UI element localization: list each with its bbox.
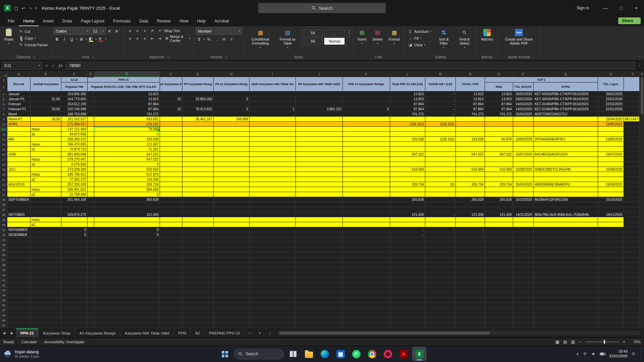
cell-F48[interactable] [160, 313, 182, 318]
cell-P48[interactable] [513, 313, 533, 318]
cell-K35[interactable] [342, 247, 390, 252]
cell-P22[interactable]: 15/09/2025 [513, 182, 533, 187]
zoom-slider-thumb[interactable] [604, 340, 605, 344]
row-header-43[interactable]: 43 [0, 288, 7, 293]
cell-I39[interactable] [249, 267, 296, 273]
cell-O10[interactable] [485, 122, 513, 127]
cell-J36[interactable] [296, 252, 342, 257]
cell-Q28[interactable]: 883e7f5b-0e2f-4568-8cfc-753bd94fb [533, 212, 598, 217]
cell-D9[interactable] [87, 117, 94, 122]
cell-B27[interactable] [30, 207, 61, 212]
cell-L36[interactable] [390, 252, 425, 257]
cell-G45[interactable] [182, 298, 213, 303]
cell-H30[interactable] [213, 222, 249, 227]
cell-P26[interactable] [513, 202, 533, 207]
cell-M44[interactable] [425, 293, 455, 298]
align-right-icon[interactable]: ≡ [142, 35, 148, 42]
sheet-nav-left-icon[interactable]: ◀ [0, 328, 8, 338]
cell-G30[interactable] [182, 222, 213, 227]
cell-M24[interactable] [425, 192, 455, 197]
cell-J12[interactable] [296, 132, 342, 137]
cell-Q43[interactable] [533, 288, 598, 293]
cell-P44[interactable] [513, 293, 533, 298]
cell-N22[interactable]: 326.734 [455, 182, 485, 187]
font-family-select[interactable]: Calibri▾ [54, 27, 90, 35]
cell-E38[interactable] [94, 262, 160, 267]
cell-X12[interactable] [598, 132, 624, 137]
cell-A5[interactable]: Januari-P1 [7, 97, 31, 102]
cell-A26[interactable] [7, 202, 31, 207]
cell-K8[interactable] [342, 112, 390, 117]
cell-A13[interactable]: MEI [7, 137, 31, 142]
header-cell-J2[interactable]: PP Karyawan NIK Tidak Valid [296, 77, 342, 92]
cell-G9[interactable]: 36.451.167 [182, 117, 213, 122]
cell-E33[interactable] [94, 237, 160, 242]
cell-style-s4[interactable]: S4 [302, 29, 323, 37]
header-cell-Q3[interactable]: NTPN [533, 82, 598, 92]
cell-N23[interactable] [455, 187, 485, 192]
row-header-17[interactable]: 17 [0, 157, 7, 162]
borders-icon[interactable]: ⊞ [78, 36, 85, 42]
cell-B4[interactable] [30, 92, 61, 97]
taskbar-adobe-button[interactable]: A [397, 347, 410, 361]
cell-P13[interactable]: 13/06/2025 [513, 137, 533, 142]
cell-Q41[interactable] [533, 278, 598, 283]
align-top-icon[interactable]: ≡ [127, 27, 133, 34]
cell-A33[interactable] [7, 237, 31, 242]
cell-O41[interactable] [485, 278, 513, 283]
cell-B48[interactable] [30, 313, 61, 318]
cell-C43[interactable] [61, 288, 87, 293]
cell-M25[interactable]: - [425, 197, 455, 202]
cell-E23[interactable]: 684.669 [94, 187, 160, 192]
cell-Q23[interactable] [533, 187, 598, 192]
cell-I38[interactable] [249, 262, 296, 267]
accessibility-status[interactable]: Accessibility: Investigate [44, 340, 84, 344]
cell-F35[interactable] [160, 247, 182, 252]
cell-E17[interactable]: 547.022 [94, 157, 160, 162]
column-header-N[interactable]: N [455, 71, 485, 77]
cancel-formula-icon[interactable]: × [46, 63, 48, 68]
cell-O50[interactable] [485, 323, 513, 328]
cell-K32[interactable] [342, 232, 390, 237]
cell-J29[interactable] [296, 217, 342, 222]
cell-H34[interactable] [213, 242, 249, 247]
cell-C50[interactable] [61, 323, 87, 328]
cell-O27[interactable] [485, 207, 513, 212]
row-header-48[interactable]: 48 [0, 313, 7, 318]
cell-C17[interactable]: 279.270.047 [61, 157, 87, 162]
cell-P21[interactable] [513, 177, 533, 182]
cell-F15[interactable] [160, 147, 182, 152]
cell-N11[interactable] [455, 127, 485, 132]
cell-J49[interactable] [296, 318, 342, 323]
cell-I24[interactable] [249, 192, 296, 197]
cell-K50[interactable] [342, 323, 390, 328]
cell-D13[interactable] [87, 137, 94, 142]
cell-X6[interactable]: 22/03/2025 [598, 102, 624, 107]
cell-P36[interactable] [513, 252, 533, 257]
cell-P9[interactable] [513, 117, 533, 122]
name-box[interactable]: E11 ▾ [2, 62, 42, 70]
cell-E5[interactable]: 13.823 [94, 97, 160, 102]
cell-N17[interactable] [455, 157, 485, 162]
cell-M43[interactable] [425, 288, 455, 293]
cell-X31[interactable] [598, 227, 624, 232]
column-header-Q[interactable]: Q [533, 71, 598, 77]
cell-G46[interactable] [182, 303, 213, 308]
cell-C40[interactable] [61, 273, 87, 278]
cell-H16[interactable] [213, 152, 249, 157]
cell-X14[interactable] [598, 142, 624, 147]
cell-N21[interactable] [455, 177, 485, 182]
header-cell-C3[interactable]: Pegawai TIM [61, 82, 87, 92]
cell-J7[interactable]: 3.861.110 [296, 107, 342, 112]
cell-M28[interactable]: - [425, 212, 455, 217]
cell-O5[interactable]: 13.823 [485, 97, 513, 102]
cell-P17[interactable] [513, 157, 533, 162]
cell-K24[interactable] [342, 192, 390, 197]
header-cell-L2[interactable]: Total PPh 21 KB/ (LB) [390, 77, 425, 92]
cell-B13[interactable] [30, 137, 61, 142]
cell-E12[interactable]: 0 [94, 132, 160, 137]
cell-F47[interactable] [160, 308, 182, 313]
vertical-scrollbar[interactable]: ▲ [639, 71, 644, 328]
cell-X4[interactable]: 20/02/2025 [598, 92, 624, 97]
row-header-49[interactable]: 49 [0, 318, 7, 323]
